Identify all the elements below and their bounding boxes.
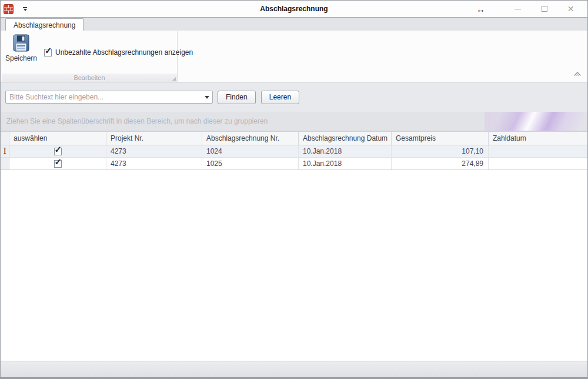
group-by-panel[interactable]: Ziehen Sie eine Spaltenüberschrift in di… [1, 112, 587, 131]
cell-gesamtpreis[interactable]: 107,10 [392, 145, 489, 158]
cell-zahldatum[interactable] [489, 158, 587, 170]
tab-label: Abschlagsrechnung [14, 21, 75, 29]
ribbon-group-footer: Bearbeiten [2, 74, 177, 82]
cell-rechnung-nr[interactable]: 1024 [202, 145, 299, 158]
cell-datum[interactable]: 10.Jan.2018 [299, 158, 392, 170]
data-grid: auswählen Projekt Nr. Abschlagsrechnung … [1, 131, 587, 170]
ribbon: Speichern ✓ Unbezahlte Abschlagsrechnung… [1, 31, 587, 82]
row-checkbox-cell[interactable]: ✓ [9, 145, 106, 158]
app-window: Abschlagsrechnung ↔ ✕ Abschlagsrechnung [0, 0, 588, 379]
title-bar: Abschlagsrechnung ↔ ✕ [1, 1, 587, 17]
search-panel: Finden Leeren [1, 82, 587, 112]
row-indicator: I [1, 145, 9, 158]
checkbox-box[interactable]: ✓ [54, 160, 62, 168]
cell-datum[interactable]: 10.Jan.2018 [299, 145, 392, 158]
checkbox-label: Unbezahlte Abschlagsrechnungen anzeigen [55, 48, 193, 56]
unpaid-invoices-checkbox[interactable]: ✓ Unbezahlte Abschlagsrechnungen anzeige… [44, 48, 193, 57]
save-button-label: Speichern [5, 54, 37, 62]
app-icon[interactable] [4, 4, 14, 14]
maximize-button[interactable] [531, 1, 557, 17]
group-label: Bearbeiten [74, 74, 105, 81]
cell-projekt-nr[interactable]: 4273 [106, 158, 202, 170]
dropdown-arrow-icon[interactable] [202, 96, 212, 99]
text-cursor: I [4, 147, 6, 155]
ribbon-group-bearbeiten: Speichern ✓ Unbezahlte Abschlagsrechnung… [2, 31, 178, 82]
checkbox-box: ✓ [44, 49, 52, 56]
close-button[interactable]: ✕ [557, 1, 584, 17]
decorative-swirl [485, 112, 587, 131]
grid-header-row: auswählen Projekt Nr. Abschlagsrechnung … [1, 131, 587, 145]
resize-arrows-icon[interactable]: ↔ [467, 1, 494, 17]
column-header-projekt-nr[interactable]: Projekt Nr. [106, 132, 202, 145]
clear-button[interactable]: Leeren [261, 91, 299, 104]
column-header-zahldatum[interactable]: Zahldatum [489, 132, 587, 145]
bottom-strip [1, 361, 587, 378]
ribbon-tab-strip: Abschlagsrechnung [1, 17, 587, 31]
column-header-auswaehlen[interactable]: auswählen [9, 132, 106, 145]
group-grip-icon [172, 77, 176, 81]
column-header-abschlagsrechnung-datum[interactable]: Abschlagsrechnung Datum [299, 132, 392, 145]
check-icon: ✓ [55, 158, 62, 166]
grid-corner-cell [1, 132, 9, 145]
check-icon: ✓ [45, 46, 52, 55]
search-combo[interactable] [5, 91, 213, 104]
cell-gesamtpreis[interactable]: 274,89 [392, 158, 489, 170]
table-row[interactable]: I ✓ 4273 1024 10.Jan.2018 107,10 [1, 145, 587, 158]
find-button[interactable]: Finden [218, 91, 256, 104]
ribbon-collapse-icon[interactable] [573, 68, 582, 79]
row-checkbox-cell[interactable]: ✓ [9, 158, 106, 170]
checkbox-box[interactable]: ✓ [54, 148, 62, 155]
minimize-button[interactable] [505, 1, 531, 17]
quick-access-dropdown-icon[interactable] [23, 7, 27, 11]
table-row[interactable]: ✓ 4273 1025 10.Jan.2018 274,89 [1, 158, 587, 170]
cell-rechnung-nr[interactable]: 1025 [202, 158, 299, 170]
column-header-gesamtpreis[interactable]: Gesamtpreis [392, 132, 489, 145]
save-button[interactable]: Speichern [5, 34, 37, 74]
search-input[interactable] [6, 93, 202, 101]
tab-abschlagsrechnung[interactable]: Abschlagsrechnung [5, 18, 83, 31]
cell-projekt-nr[interactable]: 4273 [106, 145, 202, 158]
group-by-hint: Ziehen Sie eine Spaltenüberschrift in di… [6, 117, 268, 125]
column-header-abschlagsrechnung-nr[interactable]: Abschlagsrechnung Nr. [202, 132, 299, 145]
cell-zahldatum[interactable] [489, 145, 587, 158]
floppy-disk-icon [12, 34, 31, 52]
row-indicator [1, 158, 9, 170]
grid-empty-area [1, 170, 587, 361]
check-icon: ✓ [55, 145, 62, 154]
